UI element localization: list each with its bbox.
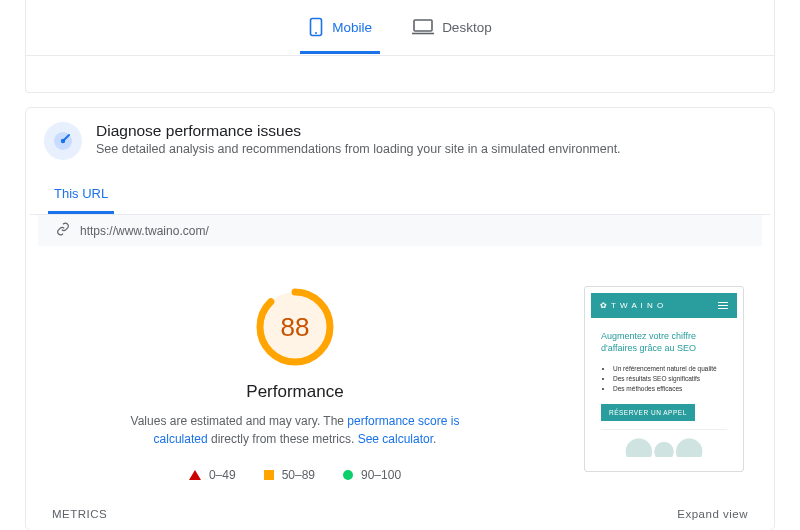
tab-desktop-label: Desktop xyxy=(442,20,492,35)
preview-cta: RÉSERVER UN APPEL xyxy=(601,404,695,421)
diagnose-title: Diagnose performance issues xyxy=(96,122,621,140)
score-legend: 0–49 50–89 90–100 xyxy=(189,468,401,482)
desktop-icon xyxy=(412,18,434,36)
diagnose-subtitle: See detailed analysis and recommendation… xyxy=(96,142,621,156)
gauge-icon xyxy=(44,122,82,160)
expand-view-toggle[interactable]: Expand view xyxy=(677,508,748,520)
performance-label: Performance xyxy=(246,382,343,402)
svg-rect-2 xyxy=(414,20,432,31)
subtab-this-url[interactable]: This URL xyxy=(48,176,114,214)
link-icon xyxy=(56,222,70,239)
preview-bullet: Des résultats SEO significatifs xyxy=(613,374,727,384)
diagnose-card: Diagnose performance issues See detailed… xyxy=(25,107,775,530)
svg-point-5 xyxy=(61,139,65,143)
tab-mobile-label: Mobile xyxy=(332,20,372,35)
mobile-icon xyxy=(308,17,324,37)
preview-illustration xyxy=(601,429,727,457)
metrics-heading: METRICS xyxy=(52,508,107,520)
preview-headline: Augmentez votre chiffre d'affaires grâce… xyxy=(601,330,727,354)
performance-description: Values are estimated and may vary. The p… xyxy=(115,412,475,448)
legend-good: 90–100 xyxy=(361,468,401,482)
hamburger-icon xyxy=(718,302,728,309)
see-calculator-link[interactable]: See calculator xyxy=(358,432,433,446)
url-row: https://www.twaino.com/ xyxy=(38,215,762,246)
legend-mid: 50–89 xyxy=(282,468,315,482)
svg-point-1 xyxy=(315,32,317,34)
preview-bullet: Un référencement naturel de qualité xyxy=(613,364,727,374)
tab-desktop[interactable]: Desktop xyxy=(404,2,500,53)
device-tabs: Mobile Desktop xyxy=(26,0,774,56)
site-preview: ✿ T W A I N O Augmentez votre chiffre d'… xyxy=(584,286,744,472)
triangle-icon xyxy=(189,470,201,480)
circle-icon xyxy=(343,470,353,480)
performance-score: 88 xyxy=(254,286,336,368)
preview-brand: ✿ T W A I N O xyxy=(600,301,664,310)
preview-bullet: Des méthodes efficaces xyxy=(613,384,727,394)
performance-gauge: 88 xyxy=(254,286,336,368)
tab-mobile[interactable]: Mobile xyxy=(300,1,380,54)
square-icon xyxy=(264,470,274,480)
legend-bad: 0–49 xyxy=(209,468,236,482)
analyzed-url: https://www.twaino.com/ xyxy=(80,224,209,238)
